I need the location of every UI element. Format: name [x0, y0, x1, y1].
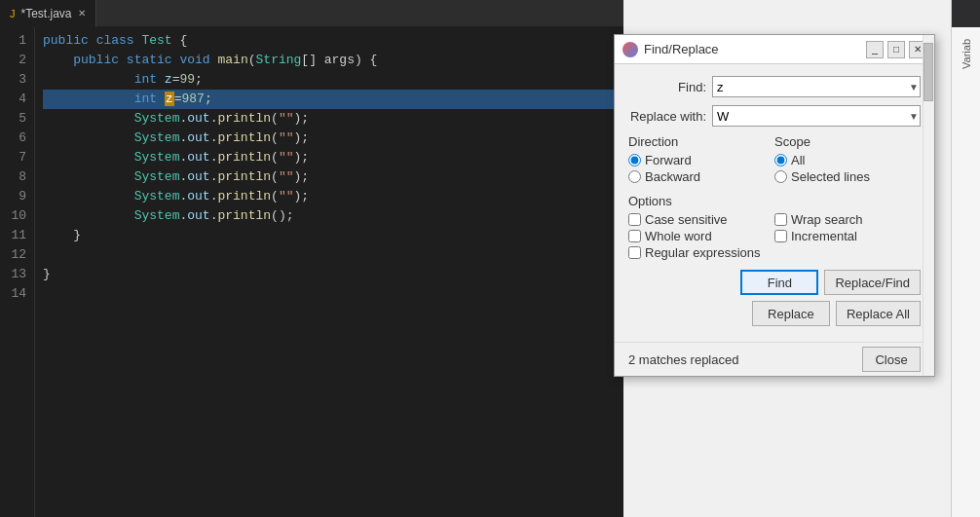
radio-forward-label: Forward — [645, 153, 692, 167]
find-input-wrapper: ▼ — [712, 76, 921, 97]
checkbox-regex-label: Regular expressions — [645, 245, 761, 260]
code-line-3: int z=99; — [43, 70, 616, 90]
checkbox-grid: Case sensitive Wrap search Whole word In… — [628, 212, 921, 260]
var-panel-header — [952, 0, 980, 27]
line-numbers: 1 2 3 4 5 6 7 8 9 10 11 12 13 14 — [0, 27, 35, 517]
options-section: Options Case sensitive Wrap search Whole… — [628, 194, 921, 260]
radio-all-label: All — [791, 153, 805, 167]
line-num-6: 6 — [6, 129, 26, 148]
line-num-2: 2 — [6, 51, 26, 70]
code-line-14 — [43, 284, 616, 304]
dialog-app-icon — [622, 42, 638, 57]
line-num-13: 13 — [6, 265, 26, 284]
code-line-8: System.out.println(""); — [43, 167, 616, 187]
code-line-10: System.out.println(); — [43, 206, 616, 226]
checkbox-whole-word-input[interactable] — [628, 230, 641, 242]
find-row: Find: ▼ — [628, 76, 921, 97]
tab-close-icon[interactable]: ✕ — [78, 8, 86, 18]
line-num-12: 12 — [6, 245, 26, 265]
checkbox-wrap-search-input[interactable] — [774, 213, 787, 226]
dialog-titlebar: Find/Replace ⎯ □ ✕ — [615, 35, 934, 64]
button-row-2: Replace Replace All — [628, 301, 921, 326]
direction-scope-row: Direction Forward Backward Scope All — [628, 134, 921, 186]
checkbox-incremental-input[interactable] — [774, 230, 787, 242]
code-area: 1 2 3 4 5 6 7 8 9 10 11 12 13 14 public … — [0, 27, 623, 517]
direction-group: Direction Forward Backward — [628, 134, 774, 186]
checkbox-case-sensitive-input[interactable] — [628, 213, 641, 226]
find-input[interactable] — [712, 76, 921, 97]
code-line-7: System.out.println(""); — [43, 148, 616, 167]
line-num-1: 1 — [6, 31, 26, 51]
find-label: Find: — [628, 80, 706, 94]
radio-selected-input[interactable] — [774, 170, 787, 183]
code-line-1: public class Test { — [43, 31, 616, 51]
code-line-2: public static void main(String[] args) { — [43, 51, 616, 70]
close-button[interactable]: Close — [862, 347, 921, 372]
radio-backward-input[interactable] — [628, 170, 641, 183]
replace-row: Replace with: ▼ — [628, 105, 921, 127]
code-line-11: } — [43, 226, 616, 245]
checkbox-wrap-search[interactable]: Wrap search — [774, 212, 921, 227]
radio-backward-label: Backward — [645, 169, 700, 184]
tab-bar: J *Test.java ✕ — [0, 0, 623, 27]
direction-label: Direction — [628, 134, 774, 149]
replace-input[interactable] — [712, 105, 921, 127]
line-num-4: 4 — [6, 90, 26, 109]
radio-backward[interactable]: Backward — [628, 169, 774, 184]
replace-label: Replace with: — [628, 109, 706, 124]
checkbox-regex-input[interactable] — [628, 246, 641, 259]
line-num-5: 5 — [6, 109, 26, 129]
code-line-13: } — [43, 265, 616, 284]
line-num-7: 7 — [6, 148, 26, 167]
code-line-9: System.out.println(""); — [43, 187, 616, 206]
dialog-minimize-button[interactable]: ⎯ — [866, 41, 884, 58]
code-line-12 — [43, 245, 616, 265]
checkbox-regex[interactable]: Regular expressions — [628, 245, 774, 260]
replace-input-wrapper: ▼ — [712, 105, 921, 127]
checkbox-case-sensitive-label: Case sensitive — [645, 212, 728, 227]
dialog-body: Find: ▼ Replace with: ▼ Direction Forwar… — [615, 64, 934, 342]
status-bar: 2 matches replaced Close — [615, 342, 934, 376]
code-line-4: int z=987; — [43, 90, 616, 109]
checkbox-incremental[interactable]: Incremental — [774, 229, 921, 243]
editor-container: J *Test.java ✕ 1 2 3 4 5 6 7 8 9 10 11 1… — [0, 0, 623, 517]
line-num-3: 3 — [6, 70, 26, 90]
line-num-8: 8 — [6, 167, 26, 187]
variable-panel: Variab — [951, 0, 980, 517]
tab-label: *Test.java — [21, 7, 72, 20]
radio-selected-label: Selected lines — [791, 169, 870, 184]
replace-find-button[interactable]: Replace/Find — [824, 270, 921, 295]
code-editor[interactable]: public class Test { public static void m… — [35, 27, 623, 517]
scope-label: Scope — [774, 134, 921, 149]
radio-all[interactable]: All — [774, 153, 921, 167]
checkbox-whole-word-label: Whole word — [645, 229, 712, 243]
line-num-10: 10 — [6, 206, 26, 226]
dialog-window-controls: ⎯ □ ✕ — [866, 41, 926, 58]
replace-all-button[interactable]: Replace All — [836, 301, 921, 326]
radio-selected-lines[interactable]: Selected lines — [774, 169, 921, 184]
line-num-9: 9 — [6, 187, 26, 206]
radio-forward[interactable]: Forward — [628, 153, 774, 167]
scope-group: Scope All Selected lines — [774, 134, 921, 186]
java-file-icon: J — [10, 8, 16, 19]
code-line-5: System.out.println(""); — [43, 109, 616, 129]
dialog-scrollbar[interactable] — [923, 35, 934, 376]
checkbox-whole-word[interactable]: Whole word — [628, 229, 774, 243]
code-line-6: System.out.println(""); — [43, 129, 616, 148]
editor-tab-test-java[interactable]: J *Test.java ✕ — [0, 0, 96, 27]
checkbox-incremental-label: Incremental — [791, 229, 857, 243]
replace-button[interactable]: Replace — [752, 301, 830, 326]
scrollbar-thumb[interactable] — [923, 43, 933, 101]
dialog-title-area: Find/Replace — [622, 42, 719, 57]
dialog-maximize-button[interactable]: □ — [887, 41, 905, 58]
button-row-1: Find Replace/Find — [628, 270, 921, 295]
radio-all-input[interactable] — [774, 154, 787, 166]
radio-forward-input[interactable] — [628, 154, 641, 166]
find-replace-dialog: Find/Replace ⎯ □ ✕ Find: ▼ Replace with:… — [614, 34, 935, 377]
find-button[interactable]: Find — [740, 270, 818, 295]
line-num-14: 14 — [6, 284, 26, 304]
options-label: Options — [628, 194, 921, 208]
checkbox-wrap-search-label: Wrap search — [791, 212, 862, 227]
var-panel-title: Variab — [961, 35, 972, 73]
checkbox-case-sensitive[interactable]: Case sensitive — [628, 212, 774, 227]
